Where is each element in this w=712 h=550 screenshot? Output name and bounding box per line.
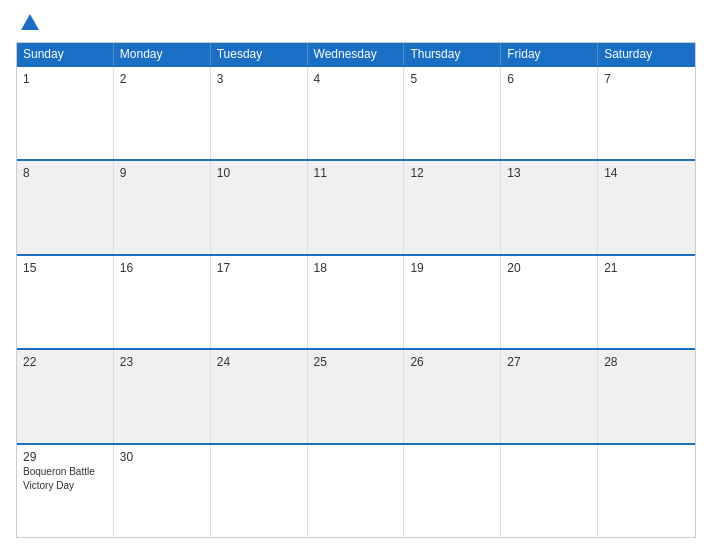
day-cell: 13 [501,161,598,253]
day-number: 5 [410,72,494,86]
day-number: 14 [604,166,689,180]
week-row-5: 29Boqueron Battle Victory Day30 [17,443,695,537]
day-number: 24 [217,355,301,369]
logo [16,12,41,34]
day-number: 4 [314,72,398,86]
day-cell: 19 [404,256,501,348]
day-number: 16 [120,261,204,275]
day-number: 25 [314,355,398,369]
day-header-monday: Monday [114,43,211,65]
day-header-sunday: Sunday [17,43,114,65]
day-cell: 18 [308,256,405,348]
day-number: 9 [120,166,204,180]
day-number: 30 [120,450,204,464]
day-cell: 16 [114,256,211,348]
day-cell: 7 [598,67,695,159]
day-number: 17 [217,261,301,275]
day-number: 10 [217,166,301,180]
day-cell: 17 [211,256,308,348]
day-number: 29 [23,450,107,464]
day-cell: 22 [17,350,114,442]
day-number: 8 [23,166,107,180]
day-cell: 12 [404,161,501,253]
day-cell: 3 [211,67,308,159]
day-number: 23 [120,355,204,369]
day-cell: 15 [17,256,114,348]
day-number: 22 [23,355,107,369]
day-cell: 25 [308,350,405,442]
day-number: 20 [507,261,591,275]
calendar-page: SundayMondayTuesdayWednesdayThursdayFrid… [0,0,712,550]
day-header-friday: Friday [501,43,598,65]
day-cell: 2 [114,67,211,159]
day-cell: 9 [114,161,211,253]
day-cell [308,445,405,537]
week-row-4: 22232425262728 [17,348,695,442]
day-cell: 8 [17,161,114,253]
day-number: 18 [314,261,398,275]
day-number: 26 [410,355,494,369]
day-cell: 1 [17,67,114,159]
calendar-weeks: 1234567891011121314151617181920212223242… [17,65,695,537]
logo-icon [19,12,41,34]
day-cell [501,445,598,537]
day-number: 11 [314,166,398,180]
day-number: 12 [410,166,494,180]
day-header-tuesday: Tuesday [211,43,308,65]
week-row-1: 1234567 [17,65,695,159]
day-cell: 20 [501,256,598,348]
day-header-wednesday: Wednesday [308,43,405,65]
calendar-grid: SundayMondayTuesdayWednesdayThursdayFrid… [16,42,696,538]
day-number: 15 [23,261,107,275]
day-cell: 21 [598,256,695,348]
day-cell: 26 [404,350,501,442]
day-number: 27 [507,355,591,369]
day-cell [598,445,695,537]
day-number: 1 [23,72,107,86]
svg-marker-0 [21,14,39,30]
day-cell: 24 [211,350,308,442]
day-cell: 29Boqueron Battle Victory Day [17,445,114,537]
day-cell: 14 [598,161,695,253]
day-header-thursday: Thursday [404,43,501,65]
day-number: 7 [604,72,689,86]
day-cell: 4 [308,67,405,159]
day-number: 6 [507,72,591,86]
day-cell: 10 [211,161,308,253]
week-row-3: 15161718192021 [17,254,695,348]
day-cell: 28 [598,350,695,442]
day-cell: 23 [114,350,211,442]
day-cell [404,445,501,537]
day-cell: 6 [501,67,598,159]
day-headers-row: SundayMondayTuesdayWednesdayThursdayFrid… [17,43,695,65]
day-event: Boqueron Battle Victory Day [23,466,95,491]
day-cell: 27 [501,350,598,442]
page-header [16,12,696,34]
day-number: 21 [604,261,689,275]
day-number: 13 [507,166,591,180]
day-cell: 5 [404,67,501,159]
day-number: 19 [410,261,494,275]
week-row-2: 891011121314 [17,159,695,253]
day-number: 2 [120,72,204,86]
day-cell: 11 [308,161,405,253]
day-cell [211,445,308,537]
day-header-saturday: Saturday [598,43,695,65]
day-cell: 30 [114,445,211,537]
day-number: 28 [604,355,689,369]
day-number: 3 [217,72,301,86]
